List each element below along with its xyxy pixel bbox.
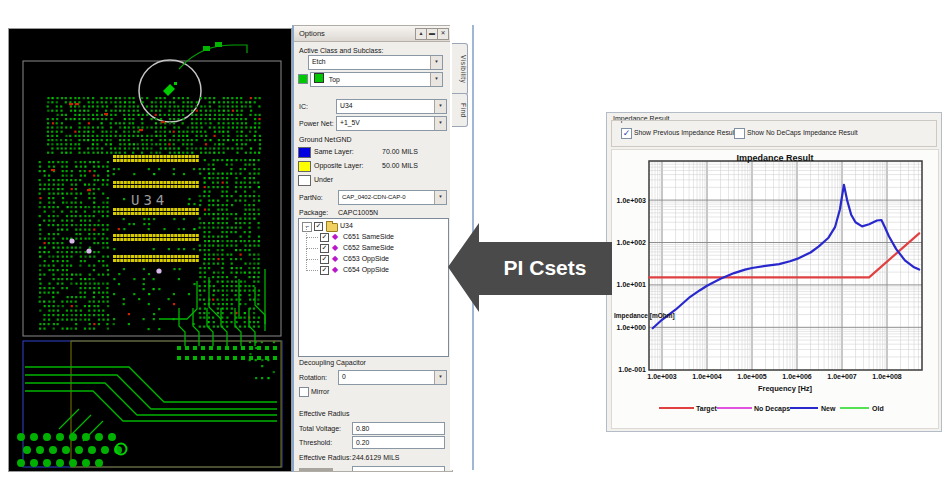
- clipped-row: [299, 468, 333, 471]
- pcb-component-label: U34: [131, 192, 168, 208]
- svg-text:1.0e+007: 1.0e+007: [827, 373, 856, 380]
- ground-net-value: GND: [336, 136, 352, 144]
- pi-csets-arrow: PI Csets: [446, 198, 618, 328]
- svg-text:1.0e+008: 1.0e+008: [872, 373, 901, 380]
- svg-text:New: New: [821, 405, 836, 412]
- impedance-chart: Impedance Result 1.0e+0031.0e+0021.0e+00…: [611, 149, 939, 429]
- close-icon[interactable]: ✕: [437, 28, 449, 40]
- capacitor-icon: ◆: [332, 244, 338, 252]
- svg-text:1.0e+005: 1.0e+005: [737, 373, 766, 380]
- capacitor-icon: ◆: [332, 255, 338, 263]
- svg-text:Impedance [mOhm]: Impedance [mOhm]: [614, 312, 675, 320]
- tree-item-label: C653 OppSide: [343, 254, 389, 263]
- subclass-value: Top: [329, 76, 340, 83]
- decoupling-group-label: Decoupling Capacitor: [299, 359, 366, 366]
- svg-text:No Decaps: No Decaps: [754, 405, 790, 413]
- options-panel: Options ▴ ▬ ✕ Active Class and Subclass:…: [292, 25, 453, 472]
- chevron-down-icon[interactable]: ▼: [434, 117, 446, 130]
- impedance-plot: 1.0e+0031.0e+0021.0e+0011.0e+0001.0e-001…: [612, 150, 938, 428]
- svg-text:1.0e+000: 1.0e+000: [617, 324, 646, 331]
- chart-title: Impedance Result: [612, 153, 938, 163]
- same-layer-label: Same Layer:: [314, 148, 354, 156]
- partno-label: PartNo:: [299, 194, 323, 202]
- svg-text:1.0e+006: 1.0e+006: [782, 373, 811, 380]
- svg-text:1.0e+002: 1.0e+002: [617, 239, 646, 246]
- power-net-value: +1_5V: [340, 119, 360, 126]
- pcb-layout-drawing: U34: [9, 29, 291, 471]
- svg-text:Old: Old: [872, 405, 884, 412]
- impedance-result-window: Impedance Result ✓ Show Previous Impedan…: [606, 112, 942, 432]
- arrow-label: PI Csets: [504, 256, 587, 279]
- pcb-canvas[interactable]: U34: [8, 28, 292, 472]
- chevron-down-icon[interactable]: ▼: [434, 191, 446, 204]
- clipped-field: [352, 466, 445, 472]
- ic-dropdown[interactable]: U34 ▼: [336, 99, 447, 114]
- tab-visibility[interactable]: Visibility: [452, 43, 468, 95]
- chevron-down-icon[interactable]: ▼: [434, 371, 446, 384]
- tab-find[interactable]: Find: [452, 93, 468, 127]
- effective-radius-group-label: Effective Radius: [299, 410, 349, 417]
- tree-item-checkbox[interactable]: ✓: [320, 233, 329, 242]
- rotation-label: Rotation:: [299, 374, 327, 382]
- tree-item-checkbox[interactable]: ✓: [320, 244, 329, 253]
- tree-connector: [306, 270, 318, 272]
- package-label: Package:: [299, 209, 328, 217]
- screenshot-root: U34 Options ▴ ▬ ✕ Active Class and Subcl…: [0, 0, 950, 500]
- effective-radius-label: Effective Radius:: [299, 454, 351, 462]
- capacitor-tree[interactable]: −✓U34✓◆C651 SameSide✓◆C652 SameSide✓◆C65…: [298, 218, 449, 357]
- chevron-down-icon[interactable]: ▼: [430, 73, 442, 86]
- tree-item-label: C654 OppSide: [343, 265, 389, 274]
- under-label: Under: [314, 176, 333, 184]
- chevron-down-icon[interactable]: ▼: [434, 100, 446, 113]
- subclass-visibility-checkbox[interactable]: [298, 74, 308, 84]
- tree-root-label: U34: [340, 221, 353, 230]
- mirror-label: Mirror: [311, 388, 329, 396]
- subclass-dropdown[interactable]: Top ▼: [310, 72, 443, 87]
- ground-net-label: Ground Net:: [299, 136, 337, 144]
- class-value: Etch: [312, 58, 326, 65]
- under-color-swatch: [298, 175, 311, 186]
- rotation-dropdown[interactable]: 0 ▼: [338, 370, 447, 385]
- rotation-value: 0: [342, 373, 346, 380]
- partno-dropdown[interactable]: CAP_0402-CDN-CAP-0 ▼: [338, 190, 447, 205]
- power-net-label: Power Net:: [299, 120, 334, 128]
- show-previous-checkbox[interactable]: ✓: [621, 128, 632, 139]
- capacitor-icon: ◆: [332, 266, 338, 274]
- opposite-layer-label: Opposite Layer:: [314, 162, 363, 170]
- chevron-down-icon[interactable]: ▼: [430, 56, 442, 69]
- total-voltage-field[interactable]: 0.80: [352, 422, 445, 435]
- ic-value: U34: [340, 102, 352, 109]
- folder-icon: [326, 223, 338, 232]
- opposite-layer-color-swatch: [298, 161, 311, 172]
- power-net-dropdown[interactable]: +1_5V ▼: [336, 116, 447, 131]
- partno-value: CAP_0402-CDN-CAP-0: [342, 194, 406, 200]
- tree-item-checkbox[interactable]: ✓: [320, 255, 329, 264]
- mirror-checkbox[interactable]: [299, 387, 309, 397]
- tree-item-checkbox[interactable]: ✓: [320, 266, 329, 275]
- effective-radius-value: 244.6129 MILS: [352, 454, 399, 462]
- svg-text:1.0e+001: 1.0e+001: [617, 281, 646, 288]
- threshold-label: Threshold:: [299, 439, 332, 447]
- active-class-label: Active Class and Subclass:: [299, 47, 383, 55]
- same-layer-color-swatch: [298, 147, 311, 158]
- show-nodecaps-label: Show No DeCaps Impedance Result: [747, 128, 858, 137]
- show-previous-label: Show Previous Impedance Result: [634, 128, 736, 137]
- show-nodecaps-checkbox[interactable]: [734, 128, 745, 139]
- svg-text:Frequency [Hz]: Frequency [Hz]: [758, 384, 813, 393]
- package-value: CAPC1005N: [338, 209, 378, 217]
- threshold-field[interactable]: 0.20: [352, 436, 445, 449]
- tree-root-checkbox[interactable]: ✓: [314, 222, 323, 231]
- total-voltage-label: Total Voltage:: [299, 425, 341, 433]
- ic-label: IC:: [299, 103, 308, 111]
- svg-text:1.0e+003: 1.0e+003: [647, 373, 676, 380]
- same-layer-value: 70.00 MILS: [382, 148, 418, 156]
- options-titlebar[interactable]: Options ▴ ▬ ✕: [294, 26, 452, 42]
- svg-text:1.0e-001: 1.0e-001: [618, 366, 646, 373]
- svg-text:1.0e+003: 1.0e+003: [617, 197, 646, 204]
- subclass-color-swatch: [314, 73, 324, 83]
- options-title: Options: [299, 29, 325, 38]
- tree-item-label: C652 SameSide: [343, 243, 394, 252]
- svg-text:1.0e+004: 1.0e+004: [692, 373, 721, 380]
- class-dropdown[interactable]: Etch ▼: [308, 55, 443, 70]
- tree-item-label: C651 SameSide: [343, 232, 394, 241]
